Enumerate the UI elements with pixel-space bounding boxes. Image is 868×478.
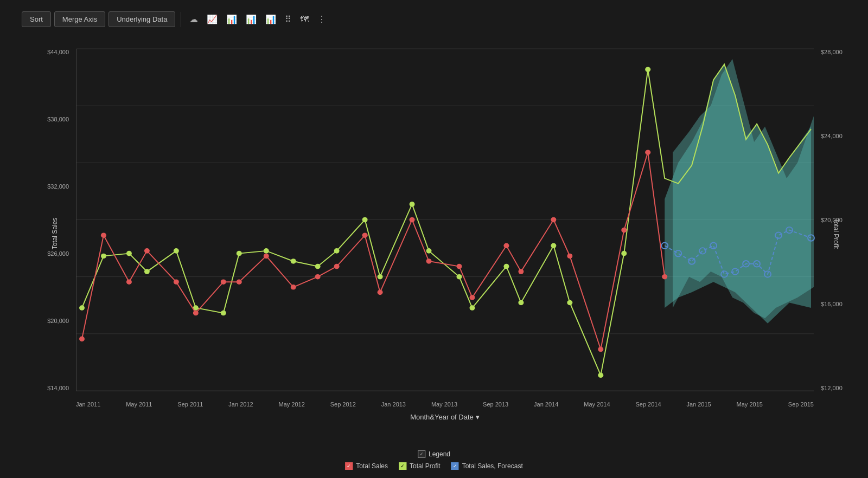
x-label-may2013: May 2013 (431, 401, 457, 408)
legend-sales-checkbox[interactable]: ✓ (345, 462, 353, 470)
svg-point-18 (334, 248, 340, 254)
y-right-label-4: $16,000 (821, 301, 843, 307)
x-label-jan2012: Jan 2012 (228, 401, 253, 408)
sort-button[interactable]: Sort (22, 11, 51, 27)
merge-axis-button[interactable]: Merge Axis (54, 11, 105, 27)
svg-point-52 (551, 217, 556, 223)
scatter-icon[interactable]: ⠿ (282, 11, 294, 28)
toolbar: Sort Merge Axis Underlying Data ☁ 📈 📊 📊 … (22, 11, 329, 28)
svg-point-22 (426, 248, 432, 254)
legend-forecast-checkbox[interactable]: ✓ (451, 462, 459, 470)
svg-point-48 (456, 264, 462, 269)
line-chart-icon[interactable]: 📈 (204, 11, 220, 28)
svg-point-44 (362, 232, 368, 238)
y-left-label-1: $44,000 (47, 49, 69, 55)
svg-point-14 (237, 251, 242, 256)
y-right-label-5: $12,000 (821, 385, 843, 391)
svg-point-7 (79, 305, 85, 311)
y-axis-left: $44,000 $38,000 $32,000 $26,000 $20,000 … (33, 49, 73, 391)
x-label-jan2011: Jan 2011 (76, 401, 100, 408)
profit-dots (79, 67, 650, 378)
svg-point-13 (221, 311, 226, 316)
svg-point-20 (378, 274, 383, 280)
svg-point-21 (410, 202, 415, 207)
svg-point-16 (291, 259, 296, 264)
svg-point-55 (621, 228, 627, 233)
y-left-label-6: $14,000 (47, 385, 69, 391)
svg-point-43 (334, 264, 340, 269)
svg-point-32 (79, 337, 85, 342)
svg-point-33 (101, 232, 106, 238)
svg-point-39 (237, 279, 242, 285)
legend-item-forecast: ✓ Total Sales, Forecast (451, 462, 523, 470)
y-left-label-2: $38,000 (47, 116, 69, 122)
svg-point-11 (174, 248, 179, 254)
y-left-label-4: $26,000 (47, 250, 69, 257)
svg-point-38 (221, 279, 226, 285)
legend-title-text: Legend (429, 450, 450, 458)
chart-area (76, 49, 814, 391)
underlying-data-button[interactable]: Underlying Data (108, 11, 175, 27)
legend-checkbox[interactable]: ✓ (418, 450, 425, 458)
x-label-may2014: May 2014 (584, 401, 610, 408)
svg-point-30 (621, 251, 627, 256)
cloud-icon[interactable]: ☁ (187, 11, 201, 28)
legend-title: ✓ Legend (418, 450, 450, 458)
legend-profit-label: Total Profit (410, 462, 441, 470)
svg-point-23 (456, 274, 462, 280)
y-right-label-3: $20,000 (821, 217, 843, 223)
svg-point-49 (469, 295, 475, 300)
svg-point-26 (518, 300, 524, 306)
svg-point-56 (645, 150, 650, 155)
legend-profit-checkbox[interactable]: ✓ (399, 462, 406, 470)
legend-items: ✓ Total Sales ✓ Total Profit ✓ Total Sal… (345, 462, 522, 470)
grouped-bar-icon[interactable]: 📊 (243, 11, 259, 28)
svg-point-42 (315, 274, 321, 280)
x-label-jan2014: Jan 2014 (534, 401, 558, 408)
svg-point-36 (174, 279, 179, 285)
legend-forecast-label: Total Sales, Forecast (462, 462, 523, 470)
svg-point-54 (598, 347, 603, 352)
y-left-label-5: $20,000 (47, 318, 69, 324)
x-axis-title-text: Month&Year of Date (410, 413, 474, 421)
svg-point-24 (469, 305, 475, 311)
x-label-may2012: May 2012 (279, 401, 305, 408)
svg-point-10 (144, 269, 150, 274)
chart-svg (76, 49, 814, 391)
map-icon[interactable]: 🗺 (297, 11, 311, 28)
x-axis-dropdown-icon[interactable]: ▾ (476, 413, 480, 421)
x-label-sep2015: Sep 2015 (788, 401, 814, 408)
toolbar-separator (181, 12, 181, 27)
y-right-label-1: $28,000 (821, 49, 843, 55)
svg-point-51 (518, 269, 524, 274)
x-axis-title: Month&Year of Date ▾ (410, 413, 480, 421)
svg-point-28 (567, 300, 572, 306)
legend-item-sales: ✓ Total Sales (345, 462, 388, 470)
x-label-jan2013: Jan 2013 (381, 401, 406, 408)
svg-point-34 (126, 279, 132, 285)
bar-chart-icon[interactable]: 📊 (224, 11, 240, 28)
svg-point-8 (101, 254, 106, 259)
x-label-sep2014: Sep 2014 (635, 401, 661, 408)
svg-point-9 (126, 251, 132, 256)
x-label-sep2011: Sep 2011 (177, 401, 203, 408)
svg-point-35 (144, 248, 150, 254)
x-axis: Jan 2011 May 2011 Sep 2011 Jan 2012 May … (76, 401, 814, 408)
svg-point-57 (662, 274, 667, 280)
legend-sales-label: Total Sales (356, 462, 388, 470)
svg-point-47 (426, 259, 432, 264)
svg-point-46 (410, 217, 415, 223)
svg-point-19 (362, 217, 368, 223)
x-label-sep2012: Sep 2012 (330, 401, 356, 408)
stacked-bar-icon[interactable]: 📊 (263, 11, 279, 28)
legend-container: ✓ Legend ✓ Total Sales ✓ Total Profit ✓ … (345, 450, 522, 470)
svg-point-15 (264, 248, 269, 254)
svg-point-40 (264, 254, 269, 259)
more-options-icon[interactable]: ⋮ (315, 11, 329, 28)
svg-point-53 (567, 254, 572, 259)
svg-point-27 (551, 243, 556, 249)
svg-point-37 (193, 311, 199, 316)
svg-point-50 (503, 243, 509, 249)
svg-point-25 (503, 264, 509, 269)
x-label-sep2013: Sep 2013 (483, 401, 508, 408)
